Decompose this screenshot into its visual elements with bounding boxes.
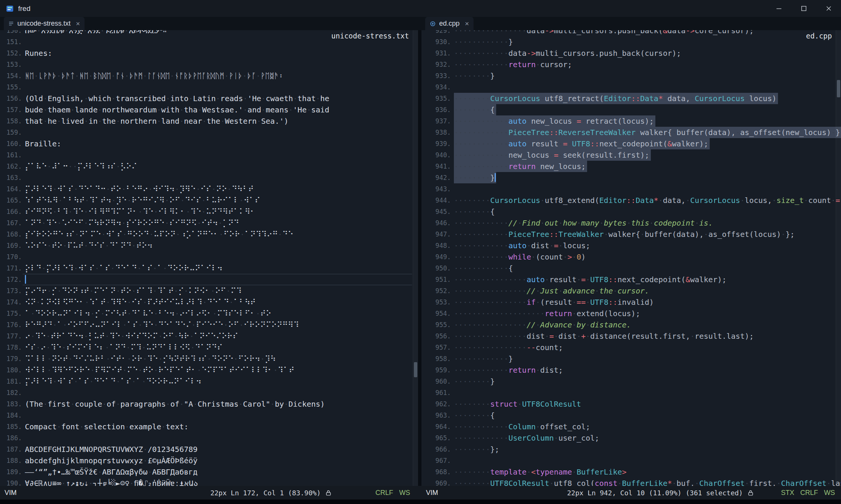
scrollbar-left[interactable] [413,30,418,486]
code-line-948[interactable]: 948.············auto·dist·=·locus; [432,240,841,251]
code-line-936[interactable]: 936.········{ [432,104,841,115]
editor-pane-left[interactable]: 150.ሰው·እንደቤቱ·እንጅ·እንደ·ጉረቤቱ·አይተዳደርም።151.15… [0,30,418,486]
code-line-958[interactable]: 958.············} [432,353,841,364]
lock-icon[interactable] [325,490,332,496]
scrollbar-right[interactable] [836,30,841,486]
code-line-161[interactable]: 161. [3,149,418,161]
code-line-967[interactable]: 967. [432,455,841,466]
code-line-171[interactable]: 171.⡕⠇⠙·⡍⠜⠇⠑⠹·⠺⠁⠎·⠁⠎·⠙⠑⠁⠙·⠁⠎·⠁·⠙⠕⠕⠗⠤⠝⠁⠊⠇… [3,263,418,274]
code-line-943[interactable]: 943. [432,183,841,195]
code-line-155[interactable]: 155. [3,81,418,93]
code-line-172[interactable]: 172. [3,274,418,285]
tab-close-icon[interactable]: × [76,20,80,27]
code-line-955[interactable]: 955.················//·Advance·by·distan… [432,319,841,330]
code-line-162[interactable]: 162.⡌⠁⠧⠑·⠼⠁⠒··⡍⠜⠇⠑⠹⠰⠎·⡣⠕⠌ [3,161,418,172]
code-line-187[interactable]: 187.ABCDEFGHIJKLMNOPQRSTUVWXYZ·/01234567… [3,444,418,455]
tab-ed-cpp[interactable]: ed.cpp × [425,17,474,30]
code-line-186[interactable]: 186. [3,432,418,444]
code-line-189[interactable]: 189.–—‘“”„†•…‰™œŠŸž€·ΑΒΓΔΩαβγδω·АБВГДабв… [3,466,418,478]
minimize-button[interactable] [766,0,791,17]
code-line-164[interactable]: 164.⡍⠜⠇⠑⠹·⠺⠁⠎·⠙⠑⠁⠙⠒·⠞⠕·⠃⠑⠛⠔·⠺⠊⠹⠲·⡹⠻⠑·⠊⠎·… [3,183,418,195]
code-line-960[interactable]: 960.········} [432,376,841,387]
code-line-942[interactable]: 942.········} [432,172,841,183]
code-line-165[interactable]: 165.⠱⠁⠞⠑⠧⠻·⠁⠃⠳⠞·⠹⠁⠞⠲·⡹⠑·⠗⠑⠛⠊⠌⠻·⠕⠋·⠙⠊⠎·⠃⠥… [3,195,418,206]
eol-indicator[interactable]: CRLF [375,489,393,497]
close-button[interactable] [816,0,841,17]
code-line-946[interactable]: 946.············//·Find·out·how·many·byt… [432,217,841,229]
code-line-930[interactable]: 930.············} [432,36,841,48]
whitespace-indicator[interactable]: WS [399,489,410,497]
code-line-962[interactable]: 962.········struct·UTF8ColResult [432,398,841,410]
code-line-153[interactable]: 153. [3,59,418,70]
code-line-937[interactable]: 937.············auto·new_locus·=·retract… [432,115,841,127]
code-line-969[interactable]: 969.········UTF8ColResult·utf8_col(const… [432,478,841,486]
code-line-159[interactable]: 159. [3,127,418,138]
vim-mode-indicator[interactable]: VIM [426,489,438,497]
code-line-166[interactable]: 166.⠎⠊⠛⠝⠫·⠃⠹·⠹⠑·⠊⠇⠻⠛⠹⠍⠁⠝⠂·⠹⠑·⠊⠇⠻⠅⠂·⠹⠑·⠥⠝… [3,206,418,217]
code-line-181[interactable]: 181.⡍⠜⠇⠑⠹·⠺⠁⠎·⠁⠎·⠙⠑⠁⠙·⠁⠎·⠁·⠙⠕⠕⠗⠤⠝⠁⠊⠇⠲ [3,376,418,387]
code-line-174[interactable]: 174.⠪⠝·⠅⠝⠪⠇⠫⠛⠑⠂·⠱⠁⠞·⠹⠻⠑·⠊⠎·⠏⠜⠞⠊⠊⠥⠇⠜⠇⠹·⠙⠑… [3,297,418,308]
code-line-154[interactable]: 154.ᚻᛖ·ᚳᚹᚫᚦ·ᚦᚫᛏ·ᚻᛖ·ᛒᚢᛞᛖ·ᚩᚾ·ᚦᚫᛗ·ᛚᚪᚾᛞᛖ·ᚾᚩᚱ… [3,70,418,81]
code-line-947[interactable]: 947.············PieceTree::TreeWalker·wa… [432,229,841,240]
code-line-158[interactable]: 158.that·he·lived·in·the·northern·land·n… [3,115,418,127]
code-line-966[interactable]: 966.········}; [432,444,841,455]
code-line-940[interactable]: 940.············new_locus·=·seek(result.… [432,149,841,161]
code-line-939[interactable]: 939.············auto·result·=·UTF8::next… [432,138,841,149]
code-line-180[interactable]: 180.⠺⠊⠇⠇·⠹⠻⠑⠋⠕⠗⠑·⠏⠻⠍⠊⠞·⠍⠑·⠞⠕·⠗⠑⠏⠑⠁⠞⠂·⠑⠍⠏… [3,364,418,376]
code-line-959[interactable]: 959.············return·dist; [432,364,841,376]
code-line-950[interactable]: 950.············{ [432,263,841,274]
code-line-163[interactable]: 163. [3,172,418,183]
code-line-945[interactable]: 945.········{ [432,206,841,217]
code-line-938[interactable]: 938.············PieceTree::ReverseTreeWa… [432,127,841,138]
code-line-949[interactable]: 949.············while·(count·>·0) [432,251,841,263]
code-line-170[interactable]: 170. [3,251,418,263]
tab-close-icon[interactable]: × [465,20,469,27]
lock-icon[interactable] [747,490,754,496]
code-line-185[interactable]: 185.Compact·font·selection·example·text: [3,421,418,432]
tab-unicode-stress-txt[interactable]: unicode-stress.txt × [4,17,85,30]
code-line-931[interactable]: 931.············data->multi_cursors.push… [432,48,841,59]
code-line-156[interactable]: 156.(Old·English,·which·transcribed·into… [3,93,418,104]
code-line-934[interactable]: 934. [432,81,841,93]
scrollbar-thumb[interactable] [414,362,417,377]
editor-pane-right[interactable]: 929.················data->multi_cursors.… [421,30,841,486]
code-line-951[interactable]: 951.················auto·result·=·UTF8::… [432,274,841,285]
code-line-968[interactable]: 968.········template·<typename·BufferLik… [432,466,841,478]
encoding-indicator[interactable]: STX [781,489,794,497]
whitespace-indicator[interactable]: WS [824,489,835,497]
code-line-964[interactable]: 964.············Column·offset_col; [432,421,841,432]
code-line-157[interactable]: 157.bude·thaem·lande·northweardum·with·t… [3,104,418,115]
code-line-160[interactable]: 160.Braille: [3,138,418,149]
code-line-188[interactable]: 188.abcdefghijklmnopqrstuvwxyz·£©µÀÆÖÞßé… [3,455,418,466]
code-line-152[interactable]: 152.Runes: [3,48,418,59]
code-line-933[interactable]: 933.········} [432,70,841,81]
code-line-182[interactable]: 182. [3,387,418,398]
code-line-953[interactable]: 953.················if·(result·==·UTF8::… [432,297,841,308]
code-line-954[interactable]: 954.····················return·extend(lo… [432,308,841,319]
code-line-935[interactable]: 935.········CursorLocus·utf8_retract(Edi… [432,93,841,104]
code-line-965[interactable]: 965.············UserColumn·user_col; [432,432,841,444]
code-line-963[interactable]: 963.········{ [432,410,841,421]
code-line-173[interactable]: 173.⡍⠔⠙⠖·⡊·⠙⠕⠝⠰⠞·⠍⠑⠁⠝·⠞⠕·⠎⠁⠹·⠹⠁⠞·⡊·⠅⠝⠪⠂·… [3,285,418,297]
code-line-961[interactable]: 961. [432,387,841,398]
vim-mode-indicator[interactable]: VIM [5,489,17,497]
code-line-175[interactable]: 175.⠁·⠙⠕⠕⠗⠤⠝⠁⠊⠇⠲·⡊·⠍⠊⠣⠞·⠙⠁⠧⠑·⠃⠑⠲·⠔⠊⠇⠔⠫⠂·… [3,308,418,319]
code-line-179[interactable]: 179.⠩⠁⠇⠇·⠝⠕⠞·⠙⠊⠌⠥⠗⠃·⠊⠞⠂·⠕⠗·⠹⠑·⡊⠳⠝⠞⠗⠹⠰⠎·⠙… [3,353,418,364]
code-line-952[interactable]: 952.················//·Just·advance·the·… [432,285,841,297]
code-line-190[interactable]: 190.∀∂∈ℝ∧∪≡∞·↑↗↨↻⇣·┐┼╔╘░►☺♀·ﬁ�⑀₂ἠḂӥẄɐː⍎א… [3,478,418,486]
code-line-929[interactable]: 929.················data->multi_cursors.… [432,30,841,36]
maximize-button[interactable] [791,0,816,17]
code-line-176[interactable]: 176.⠗⠑⠛⠜⠙·⠁·⠊⠕⠋⠋⠔⠤⠝⠁⠊⠇·⠁⠎·⠹⠑·⠙⠑⠁⠙⠑⠌·⠏⠊⠑⠊… [3,319,418,330]
code-line-178[interactable]: 178.⠊⠎·⠔·⠹⠑·⠎⠊⠍⠊⠇⠑⠆·⠁⠝⠙·⠍⠹·⠥⠝⠙⠁⠇⠇⠪⠫·⠙⠁⠝⠙… [3,342,418,353]
eol-indicator[interactable]: CRLF [800,489,818,497]
pane-divider[interactable] [418,30,421,486]
code-line-183[interactable]: 183.(The·first·couple·of·paragraphs·of·"… [3,398,418,410]
code-line-944[interactable]: 944.········CursorLocus·utf8_extend(Edit… [432,195,841,206]
code-line-957[interactable]: 957.················--count; [432,342,841,353]
code-line-168[interactable]: 168.⡎⠊⠗⠕⠕⠛⠑⠰⠎·⠝⠁⠍⠑·⠺⠁⠎·⠛⠕⠕⠙·⠥⠏⠕⠝·⠰⡡⠁⠝⠛⠑⠂… [3,229,418,240]
scrollbar-thumb[interactable] [837,80,840,97]
code-line-932[interactable]: 932.············return·cursor; [432,59,841,70]
code-line-167[interactable]: 167.⠁⠝⠙·⠹⠑·⠡⠊⠑⠋·⠍⠳⠗⠝⠻⠲·⡎⠊⠗⠕⠕⠛⠑·⠎⠊⠛⠝⠫·⠊⠞⠲… [3,217,418,229]
code-line-177[interactable]: 177.⠔·⠹⠑·⠞⠗⠁⠙⠑⠲·⡃⠥⠞·⠹⠑·⠺⠊⠎⠙⠕⠍·⠕⠋·⠳⠗·⠁⠝⠊⠑… [3,330,418,342]
code-line-941[interactable]: 941.············return·new_locus; [432,161,841,172]
